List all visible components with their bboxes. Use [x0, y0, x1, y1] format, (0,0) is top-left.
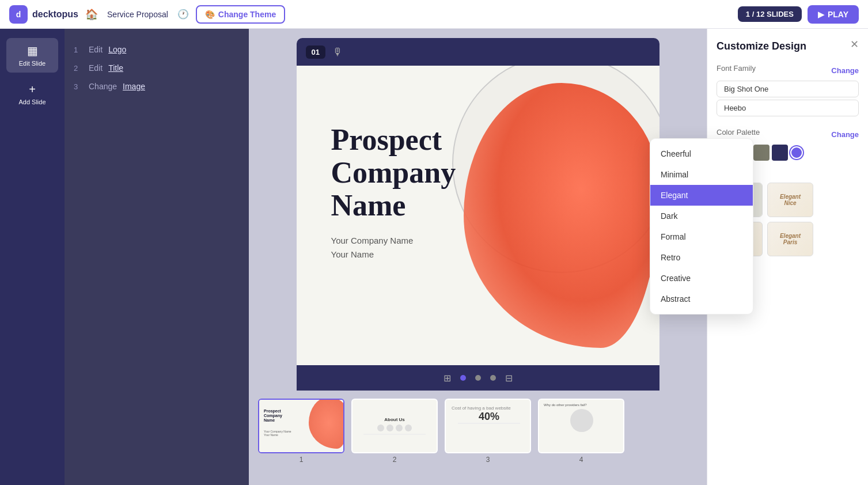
microphone-icon[interactable]: 🎙 — [332, 46, 343, 58]
change-image-label: Image — [123, 82, 145, 91]
slide-subtitle: Your Company Name Your Name — [331, 234, 456, 262]
edit-action-2: Edit — [89, 63, 103, 73]
top-bar: d decktopus 🏠 Service Proposal 🕐 🎨 Chang… — [0, 0, 868, 29]
template-card-2[interactable]: ElegantNice — [767, 183, 813, 217]
nav-right-icon[interactable]: ⊟ — [505, 373, 513, 384]
dropdown-creative[interactable]: Creative — [650, 268, 753, 289]
customize-design-title: Customize Design — [717, 40, 859, 52]
left-sidebar: ▦ Edit Slide + Add Slide — [0, 29, 65, 485]
main-layout: ▦ Edit Slide + Add Slide 1 Edit Logo 2 E… — [0, 29, 868, 485]
edit-title-item[interactable]: 2 Edit Title — [74, 59, 240, 77]
color-palette-label: Color Palette — [717, 128, 760, 137]
slide-toolbar: 01 🎙 — [297, 38, 659, 66]
item-num-2: 2 — [74, 64, 83, 73]
coral-blob — [464, 83, 659, 348]
change-action-3: Change — [89, 82, 117, 91]
swatch-4[interactable] — [772, 145, 788, 161]
thumbnail-3-preview: Cost of having a bad website 40% — [446, 400, 530, 452]
change-theme-label: Change Theme — [218, 10, 276, 19]
nav-left-icon[interactable]: ⊞ — [444, 373, 451, 384]
slide-frame: Prospect Company Name Your Company Name … — [297, 66, 659, 365]
edit-logo-label: Logo — [108, 45, 126, 54]
change-font-button[interactable]: Change — [831, 66, 859, 75]
template-dropdown: Cheerful Minimal Elegant Dark Formal Ret… — [650, 138, 753, 315]
change-color-button[interactable]: Change — [831, 130, 859, 139]
nav-dot-2[interactable] — [475, 375, 481, 381]
item-num-3: 3 — [74, 82, 83, 91]
slide-number-badge: 01 — [306, 46, 325, 59]
edit-action-1: Edit — [89, 45, 103, 54]
font-family-row: Font Family Change Big Shot One Heebo — [717, 64, 859, 116]
nav-dot-1[interactable] — [460, 375, 466, 381]
template-card-4-label: ElegantParis — [780, 233, 801, 245]
thumbnail-1-num: 1 — [300, 456, 304, 464]
nav-dot-3[interactable] — [490, 375, 496, 381]
edit-title-label: Title — [108, 63, 123, 73]
slide-counter-area: 1 / 12 SLIDES ▶ PLAY — [738, 5, 859, 24]
thumbnail-2-preview: About Us — [352, 400, 437, 452]
dropdown-elegant[interactable]: Elegant — [650, 185, 753, 206]
slide-title: Prospect Company Name — [331, 123, 456, 222]
thumbnail-1-preview: ProspectCompanyName Your Company NameYou… — [259, 400, 343, 452]
thumbnail-4-preview: Why do other providers fail? — [539, 400, 623, 452]
thumbnail-3-num: 3 — [486, 456, 490, 464]
edit-slide-label: Edit Slide — [19, 60, 46, 67]
home-icon[interactable]: 🏠 — [85, 8, 98, 21]
canvas-area: 01 🎙 Prospect Company Name Your Company … — [249, 29, 707, 485]
font-secondary-box: Heebo — [717, 100, 859, 116]
slide-content: Prospect Company Name Your Company Name … — [331, 123, 456, 262]
add-slide-button[interactable]: + Add Slide — [6, 77, 58, 111]
thumbnail-2-num: 2 — [393, 456, 397, 464]
customize-design-panel: ✕ Customize Design Font Family Change Bi… — [707, 29, 868, 485]
app-name: decktopus — [32, 9, 78, 20]
palette-icon: 🎨 — [205, 10, 215, 19]
history-icon[interactable]: 🕐 — [177, 9, 189, 20]
dropdown-formal[interactable]: Formal — [650, 226, 753, 247]
dropdown-cheerful[interactable]: Cheerful — [650, 143, 753, 164]
play-label: PLAY — [828, 10, 848, 19]
slide-counter: 1 / 12 SLIDES — [738, 6, 802, 22]
logo-area: d decktopus — [9, 5, 78, 24]
font-primary-box: Big Shot One — [717, 81, 859, 97]
play-button[interactable]: ▶ PLAY — [808, 5, 859, 24]
dropdown-abstract[interactable]: Abstract — [650, 289, 753, 309]
template-card-4[interactable]: ElegantParis — [767, 222, 813, 256]
edit-panel: 1 Edit Logo 2 Edit Title 3 Change Image — [65, 29, 249, 485]
presentation-name[interactable]: Service Proposal — [107, 10, 168, 19]
dropdown-retro[interactable]: Retro — [650, 247, 753, 268]
dropdown-dark[interactable]: Dark — [650, 206, 753, 226]
edit-logo-item[interactable]: 1 Edit Logo — [74, 40, 240, 59]
dropdown-minimal[interactable]: Minimal — [650, 164, 753, 185]
close-panel-button[interactable]: ✕ — [850, 38, 859, 51]
play-icon: ▶ — [818, 10, 824, 19]
add-slide-icon: + — [29, 83, 36, 96]
change-theme-button[interactable]: 🎨 Change Theme — [196, 5, 285, 24]
thumbnails-bar: ProspectCompanyName Your Company NameYou… — [249, 391, 707, 471]
add-slide-label: Add Slide — [18, 98, 46, 105]
slide-bottom-bar: ⊞ ⊟ — [297, 365, 659, 391]
logo-icon: d — [9, 5, 28, 24]
template-card-2-label: ElegantNice — [780, 194, 801, 206]
thumbnail-4[interactable]: Why do other providers fail? — [538, 399, 624, 453]
font-family-label: Font Family — [717, 64, 756, 73]
thumbnail-1[interactable]: ProspectCompanyName Your Company NameYou… — [258, 399, 344, 453]
swatch-5[interactable] — [790, 146, 803, 159]
thumbnail-4-num: 4 — [579, 456, 583, 464]
item-num-1: 1 — [74, 46, 83, 54]
thumbnail-2[interactable]: About Us — [351, 399, 438, 453]
edit-slide-button[interactable]: ▦ Edit Slide — [6, 38, 58, 73]
swatch-3[interactable] — [753, 145, 770, 161]
edit-slide-icon: ▦ — [27, 44, 38, 58]
change-image-item[interactable]: 3 Change Image — [74, 77, 240, 96]
thumbnail-3[interactable]: Cost of having a bad website 40% — [445, 399, 531, 453]
